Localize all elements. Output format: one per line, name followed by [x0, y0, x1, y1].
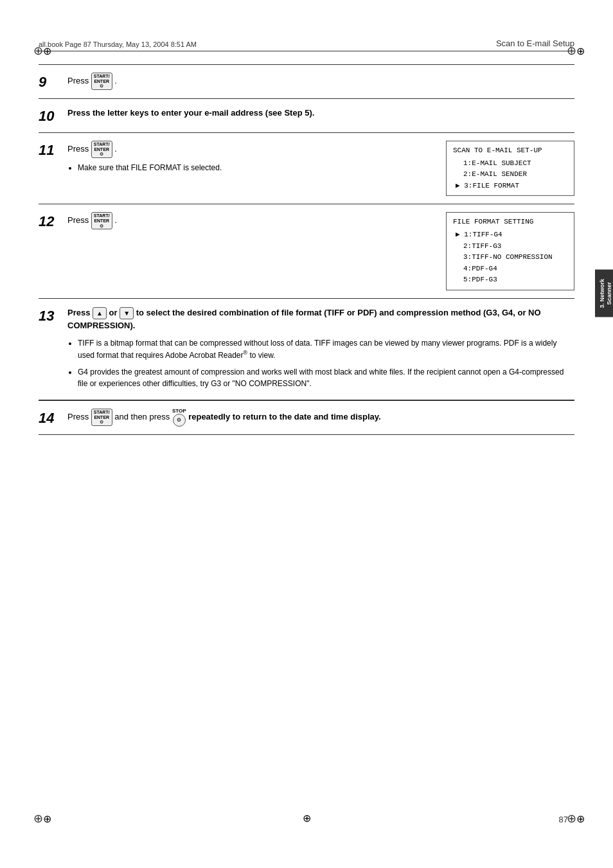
lcd-12-item-3: 3:TIFF-NO COMPRESSION — [453, 252, 567, 263]
step-10: 10 Press the letter keys to enter your e… — [39, 99, 574, 133]
step-13-bullet-1: TIFF is a bitmap format that can be comp… — [78, 337, 574, 361]
step-11-bullets: Make sure that FILE FORMAT is selected. — [67, 162, 436, 173]
start-enter-button-9: START/ ENTER ⊙ — [91, 73, 112, 90]
lcd-12-title: FILE FORMAT SETTING — [453, 217, 567, 228]
step-9-number: 9 — [39, 73, 67, 91]
step-10-number: 10 — [39, 107, 67, 125]
start-enter-button-11: START/ ENTER ⊙ — [91, 141, 112, 158]
step-12-body: Press START/ ENTER ⊙ . FILE FORMAT SETTI… — [67, 212, 574, 290]
step-10-text: Press the letter keys to enter your e-ma… — [67, 108, 314, 118]
step-11-lcd: SCAN TO E-MAIL SET-UP 1:E-MAIL SUBJECT 2… — [446, 141, 574, 196]
step-14: 14 Press START/ ENTER ⊙ and then press S… — [39, 400, 574, 435]
step-11-content: Press START/ ENTER ⊙ . Make sure that FI… — [67, 141, 574, 196]
lcd-11-title: SCAN TO E-MAIL SET-UP — [453, 145, 567, 157]
main-content: 9 Press START/ ENTER ⊙ . 10 Press the le… — [39, 64, 574, 804]
step-9-content: Press START/ ENTER ⊙ . — [67, 73, 574, 90]
step-9-period: . — [114, 76, 117, 85]
step-9-text: Press — [67, 76, 89, 85]
step-12-text-area: Press START/ ENTER ⊙ . — [67, 212, 436, 229]
lcd-12-item-4: 4:PDF-G4 — [453, 263, 567, 275]
step-11-body: Press START/ ENTER ⊙ . Make sure that FI… — [67, 141, 574, 196]
step-13-main-line: Press ▲ or ▼ to select the desired combi… — [67, 306, 574, 332]
step-13-number: 13 — [39, 306, 67, 324]
step-11-number: 11 — [39, 141, 67, 159]
step-11-main-text: Press START/ ENTER ⊙ . — [67, 141, 436, 158]
step-10-content: Press the letter keys to enter your e-ma… — [67, 107, 574, 120]
lcd-12-item-5: 5:PDF-G3 — [453, 274, 567, 286]
up-arrow-button: ▲ — [93, 307, 107, 319]
lcd-11-item-2: 2:E-MAIL SENDER — [453, 169, 567, 181]
step-11-text-area: Press START/ ENTER ⊙ . Make sure that FI… — [67, 141, 436, 176]
step-12-content: Press START/ ENTER ⊙ . FILE FORMAT SETTI… — [67, 212, 574, 290]
step-12-lcd: FILE FORMAT SETTING 1:TIFF-G4 2:TIFF-G3 … — [446, 212, 574, 290]
step-13: 13 Press ▲ or ▼ to select the desired co… — [39, 299, 574, 400]
reg-mark-bottom-right: ⊕ — [567, 811, 580, 824]
step-14-number: 14 — [39, 409, 67, 427]
step-11: 11 Press START/ ENTER ⊙ . Make sure that… — [39, 133, 574, 204]
step-12-number: 12 — [39, 212, 67, 230]
step-13-bullets: TIFF is a bitmap format that can be comp… — [67, 337, 574, 389]
step-9-button: START/ ENTER ⊙ — [91, 76, 114, 85]
start-enter-button-12: START/ ENTER ⊙ — [91, 212, 112, 229]
step-13-content: Press ▲ or ▼ to select the desired combi… — [67, 306, 574, 392]
step-12: 12 Press START/ ENTER ⊙ . FILE FORMAT — [39, 204, 574, 299]
down-arrow-button: ▼ — [120, 307, 134, 319]
page-header: all.book Page 87 Thursday, May 13, 2004 … — [39, 39, 574, 51]
lcd-11-item-1: 1:E-MAIL SUBJECT — [453, 158, 567, 170]
step-9: 9 Press START/ ENTER ⊙ . — [39, 64, 574, 99]
lcd-11-item-3: 3:FILE FORMAT — [453, 181, 567, 192]
stop-label: STOP ⊙ — [172, 409, 186, 427]
step-11-bullet-1: Make sure that FILE FORMAT is selected. — [78, 162, 436, 173]
page-number: 87 — [559, 815, 568, 824]
page-title: Scan to E-mail Setup — [496, 39, 574, 48]
lcd-12-item-2: 2:TIFF-G3 — [453, 241, 567, 252]
lcd-12-item-1: 1:TIFF-G4 — [453, 229, 567, 241]
step-14-content: Press START/ ENTER ⊙ and then press STOP… — [67, 409, 574, 427]
step-12-main-text: Press START/ ENTER ⊙ . — [67, 212, 436, 229]
step-13-bullet-2: G4 provides the greatest amount of compr… — [78, 366, 574, 389]
reg-mark-bottom-center: ⊕ — [303, 812, 311, 824]
reg-mark-bottom-left: ⊕ — [33, 811, 46, 824]
side-tab: 3. Network Scanner — [595, 270, 613, 317]
file-info: all.book Page 87 Thursday, May 13, 2004 … — [39, 40, 197, 48]
start-enter-button-14: START/ ENTER ⊙ — [91, 409, 112, 426]
